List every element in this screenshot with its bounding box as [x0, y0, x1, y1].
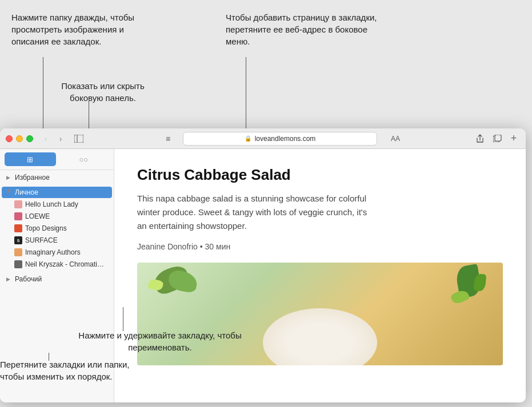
- back-button[interactable]: ‹: [39, 132, 53, 145]
- salad-plate: [263, 308, 377, 365]
- article-author: Jeanine Donofrio: [137, 242, 198, 251]
- favicon-hello-lunch-lady: [14, 200, 22, 208]
- article-time: 30 мин: [205, 242, 231, 251]
- url-text: loveandlemons.com: [255, 135, 316, 143]
- close-button[interactable]: [6, 135, 13, 142]
- imaginary-authors-label: Imaginary Authors: [25, 248, 107, 256]
- personal-label: Личное: [15, 188, 38, 196]
- sidebar-item-topo-designs[interactable]: Topo Designs: [2, 223, 112, 234]
- sidebar-item-imaginary-authors[interactable]: Imaginary Authors: [2, 247, 112, 258]
- duplicate-tab-button[interactable]: [490, 132, 504, 145]
- sidebar-tab-reading-list[interactable]: ○○: [58, 152, 110, 166]
- favicon-imaginary-authors: [14, 248, 22, 256]
- title-bar: ‹ › ≡ 🔒 loveandlemons.com AA: [0, 128, 526, 149]
- connector-line-top-right: [246, 57, 246, 136]
- sidebar-icon: [74, 135, 83, 143]
- article-meta-dot: •: [200, 242, 205, 251]
- main-content: Citrus Cabbage Salad This napa cabbage s…: [114, 149, 526, 402]
- connector-line-top-left: [43, 57, 43, 134]
- article-meta: Jeanine Donofrio • 30 мин: [137, 242, 503, 251]
- annotation-bottom-center: Нажмите и удерживайте закладку, чтобы пе…: [74, 329, 246, 353]
- neil-kryszak-label: Neil Kryszak - Chromatic E…: [25, 260, 107, 268]
- salad-accent-3: [474, 273, 487, 292]
- topo-designs-label: Topo Designs: [25, 224, 107, 232]
- sidebar-tab-bar: ⊞ ○○: [0, 149, 114, 170]
- sidebar-item-hello-lunch-lady[interactable]: Hello Lunch Lady: [2, 199, 112, 210]
- reader-mode-right-icon[interactable]: AA: [391, 135, 400, 143]
- favicon-topo-designs: [14, 224, 22, 232]
- forward-button[interactable]: ›: [54, 132, 67, 145]
- annotation-bottom-left: Перетяните закладки или папки, чтобы изм…: [0, 358, 137, 382]
- connector-line-bottom-left: [49, 353, 49, 361]
- annotation-top-left: Нажмите папку дважды, чтобы просмотреть …: [11, 11, 137, 47]
- favicon-surface: S: [14, 236, 22, 244]
- loewe-label: LOEWE: [25, 212, 107, 220]
- work-section: ▶ Рабочий: [0, 272, 114, 287]
- maximize-button[interactable]: [26, 135, 33, 142]
- hello-lunch-lady-label: Hello Lunch Lady: [25, 200, 107, 208]
- lock-icon: 🔒: [245, 135, 251, 142]
- work-expand-arrow: ▶: [6, 276, 12, 282]
- toolbar-right: +: [473, 132, 520, 145]
- share-button[interactable]: [473, 132, 487, 145]
- connector-line-bottom-center: [123, 307, 123, 331]
- personal-expand-arrow: ▶: [6, 190, 12, 195]
- new-tab-button[interactable]: +: [507, 132, 520, 145]
- svg-rect-3: [495, 135, 501, 141]
- favicon-neil-kryszak: [14, 260, 22, 268]
- surface-label: SURFACE: [25, 236, 107, 244]
- favicon-loewe: [14, 212, 22, 220]
- favorites-label: Избранное: [15, 174, 50, 182]
- sidebar-item-loewe[interactable]: LOEWE: [2, 211, 112, 222]
- traffic-lights: [6, 135, 33, 142]
- sidebar-item-surface[interactable]: S SURFACE: [2, 235, 112, 246]
- svg-rect-0: [74, 135, 83, 143]
- favorites-expand-arrow: ▶: [6, 175, 12, 180]
- sidebar-item-personal[interactable]: ▶ Личное: [2, 187, 112, 198]
- minimize-button[interactable]: [16, 135, 23, 142]
- article-description: This napa cabbage salad is a stunning sh…: [137, 192, 377, 233]
- reader-mode-left-icon: ≡: [166, 134, 170, 143]
- favorites-section: ▶ Избранное: [0, 170, 114, 185]
- nav-buttons: ‹ ›: [39, 132, 67, 145]
- sidebar-tab-bookmarks[interactable]: ⊞: [5, 152, 56, 166]
- annotation-top-right: Чтобы добавить страницу в закладки, пере…: [226, 11, 380, 47]
- work-label: Рабочий: [15, 275, 42, 283]
- address-bar-wrapper: ≡ 🔒 loveandlemons.com AA: [90, 132, 470, 146]
- sidebar-toggle-button[interactable]: [71, 132, 87, 145]
- personal-section: ▶ Личное Hello Lunch Lady LOEWE Topo Des…: [0, 185, 114, 272]
- sidebar-item-favorites[interactable]: ▶ Избранное: [2, 172, 112, 183]
- sidebar-item-neil-kryszak[interactable]: Neil Kryszak - Chromatic E…: [2, 259, 112, 270]
- article-title: Citrus Cabbage Salad: [137, 166, 503, 184]
- duplicate-icon: [493, 135, 502, 142]
- sidebar-item-work[interactable]: ▶ Рабочий: [2, 273, 112, 285]
- share-icon: [476, 134, 484, 143]
- annotation-middle-left: Показать или скрыть боковую панель.: [51, 80, 154, 104]
- address-bar[interactable]: 🔒 loveandlemons.com: [183, 132, 377, 146]
